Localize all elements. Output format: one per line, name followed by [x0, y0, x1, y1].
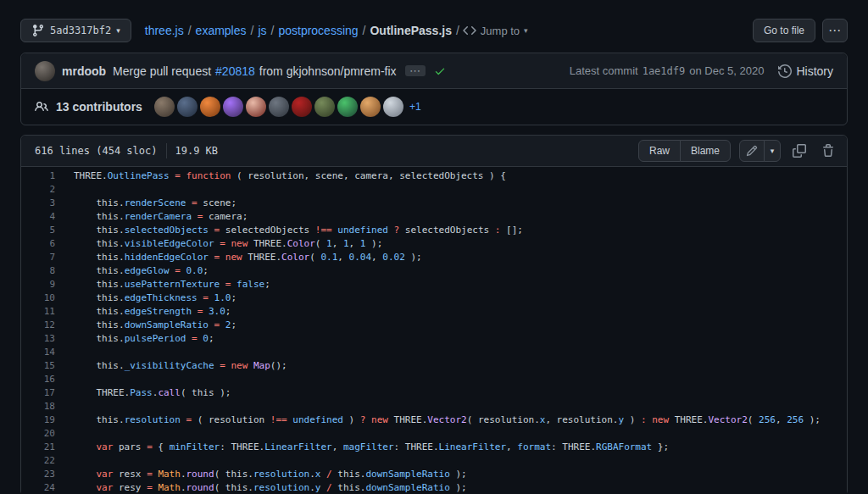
more-options-button[interactable]: ⋯: [822, 19, 848, 42]
line-content: var resy = Math.round( this.resolution.y…: [64, 481, 847, 494]
edit-group: ▾: [739, 140, 781, 162]
code-icon: [463, 24, 476, 37]
breadcrumb-separator: /: [188, 24, 192, 37]
breadcrumb-item[interactable]: js: [258, 24, 266, 37]
commit-box: mrdoob Merge pull request #20818 from gk…: [20, 53, 848, 125]
contributor-avatar[interactable]: [337, 97, 358, 117]
commit-message-expander[interactable]: ⋯: [405, 65, 426, 76]
pencil-icon: [746, 145, 758, 157]
copy-icon: [793, 144, 806, 158]
trash-icon: [821, 144, 835, 158]
more-contributors-link[interactable]: +1: [409, 101, 421, 113]
line-number[interactable]: 9: [21, 278, 64, 291]
line-number[interactable]: 13: [21, 332, 64, 346]
code-line: 12 this.downSampleRatio = 2;: [21, 319, 847, 332]
contributors-bar: 13 contributors +1: [21, 89, 847, 125]
edit-dropdown-button[interactable]: ▾: [764, 140, 781, 162]
copy-file-button[interactable]: [789, 140, 810, 162]
history-label: History: [796, 64, 833, 78]
contributor-avatar[interactable]: [360, 97, 381, 117]
contributor-avatar[interactable]: [314, 97, 335, 117]
line-number[interactable]: 5: [21, 224, 64, 237]
line-content: var resx = Math.round( this.resolution.x…: [64, 468, 847, 481]
line-number[interactable]: 20: [21, 427, 64, 441]
history-link[interactable]: History: [778, 64, 833, 78]
line-number[interactable]: 14: [21, 346, 64, 359]
line-number[interactable]: 1: [21, 169, 64, 183]
line-number[interactable]: 4: [21, 210, 64, 224]
line-content: this.edgeStrength = 3.0;: [64, 305, 847, 319]
line-number[interactable]: 22: [21, 454, 64, 468]
contributor-avatar[interactable]: [177, 97, 198, 117]
commit-author-link[interactable]: mrdoob: [62, 64, 106, 78]
jump-to-button[interactable]: Jump to ▾: [463, 24, 528, 37]
code-line: 23 var resx = Math.round( this.resolutio…: [21, 468, 847, 481]
line-number[interactable]: 21: [21, 441, 64, 454]
line-number[interactable]: 18: [21, 400, 64, 414]
blame-button[interactable]: Blame: [680, 140, 731, 162]
line-number[interactable]: 19: [21, 414, 64, 427]
line-content: [64, 427, 847, 441]
line-content: [64, 400, 847, 414]
file-header: 616 lines (454 sloc) 19.9 KB Raw Blame ▾: [21, 136, 847, 167]
line-content: THREE.Pass.call( this );: [64, 386, 847, 400]
pr-number-link[interactable]: #20818: [215, 64, 255, 78]
jump-to-label: Jump to: [481, 25, 520, 37]
code-line: 14: [21, 346, 847, 359]
line-content: this.edgeGlow = 0.0;: [64, 264, 847, 278]
latest-commit-label: Latest commit: [570, 64, 638, 77]
line-number[interactable]: 8: [21, 264, 64, 278]
line-number[interactable]: 24: [21, 481, 64, 494]
check-icon[interactable]: [434, 65, 446, 77]
line-content: [64, 346, 847, 359]
contributor-avatar[interactable]: [154, 97, 175, 117]
line-number[interactable]: 12: [21, 319, 64, 332]
line-number[interactable]: 3: [21, 197, 64, 210]
edit-file-button[interactable]: [739, 140, 765, 162]
code-line: 15 this._visibilityCache = new Map();: [21, 359, 847, 373]
delete-file-button[interactable]: [818, 140, 838, 162]
contributor-avatar[interactable]: [292, 97, 312, 117]
line-number[interactable]: 17: [21, 386, 64, 400]
code-line: 16: [21, 373, 847, 386]
go-to-file-button[interactable]: Go to file: [753, 19, 815, 42]
line-number[interactable]: 23: [21, 468, 64, 481]
people-icon: [35, 100, 48, 114]
branch-selector-button[interactable]: 5ad3317bf2 ▾: [20, 19, 131, 42]
code-line: 22: [21, 454, 847, 468]
line-number[interactable]: 2: [21, 183, 64, 197]
code-line: 19 this.resolution = ( resolution !== un…: [21, 414, 847, 427]
contributor-avatar[interactable]: [246, 97, 266, 117]
github-file-page: 5ad3317bf2 ▾ three.js/examples/js/postpr…: [0, 19, 868, 494]
author-avatar[interactable]: [35, 61, 55, 81]
history-icon: [778, 64, 792, 78]
code-line: 18: [21, 400, 847, 414]
line-number[interactable]: 7: [21, 251, 64, 264]
code-line: 3 this.renderScene = scene;: [21, 197, 847, 210]
file-box: 616 lines (454 sloc) 19.9 KB Raw Blame ▾: [20, 135, 848, 494]
line-number[interactable]: 15: [21, 359, 64, 373]
breadcrumb-item[interactable]: three.js: [145, 24, 184, 37]
line-number[interactable]: 16: [21, 373, 64, 386]
code-line: 13 this.pulsePeriod = 0;: [21, 332, 847, 346]
breadcrumb-item[interactable]: examples: [196, 24, 247, 37]
breadcrumb-item[interactable]: postprocessing: [278, 24, 358, 37]
file-lines-info: 616 lines (454 sloc): [35, 145, 158, 157]
line-content: this.renderCamera = camera;: [64, 210, 847, 224]
contributor-avatar[interactable]: [200, 97, 220, 117]
contributor-avatar[interactable]: [269, 97, 289, 117]
raw-button[interactable]: Raw: [638, 140, 681, 162]
line-content: this.visibleEdgeColor = new THREE.Color(…: [64, 237, 847, 251]
commit-message-text: Merge pull request: [113, 64, 211, 78]
git-branch-icon: [31, 24, 45, 37]
contributor-avatar[interactable]: [383, 97, 403, 117]
breadcrumb: three.js/examples/js/postprocessing/Outl…: [145, 24, 459, 37]
line-number[interactable]: 11: [21, 305, 64, 319]
commit-sha-link[interactable]: 1ae1df9: [643, 65, 686, 77]
contributors-link[interactable]: 13 contributors: [35, 100, 142, 114]
code-line: 11 this.edgeStrength = 3.0;: [21, 305, 847, 319]
line-content: this.edgeThickness = 1.0;: [64, 291, 847, 305]
line-number[interactable]: 6: [21, 237, 64, 251]
line-number[interactable]: 10: [21, 291, 64, 305]
contributor-avatar[interactable]: [223, 97, 243, 117]
